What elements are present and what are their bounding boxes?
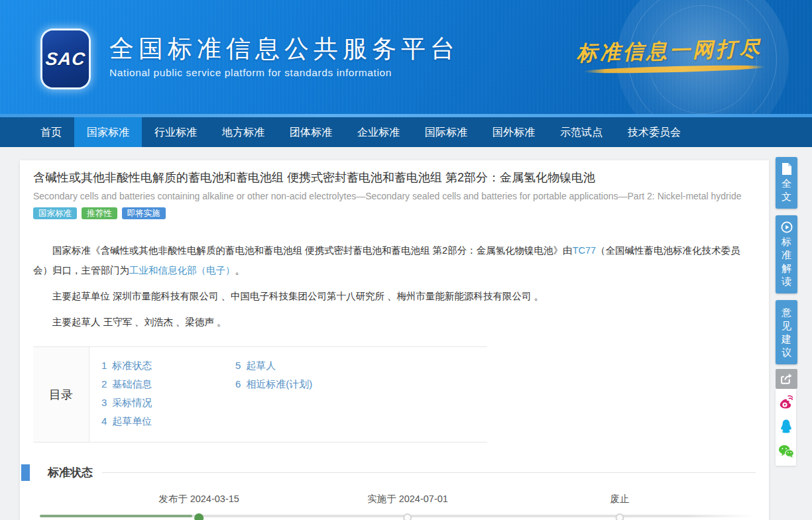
- toc-num: 1: [101, 360, 107, 371]
- drafting-units-paragraph: 主要起草单位 深圳市量能科技有限公司 、中国电子科技集团公司第十八研究所 、梅州…: [33, 286, 756, 306]
- status-section-title: 标准状态: [48, 465, 93, 480]
- badge-national-standard: 国家标准: [33, 207, 77, 219]
- share-icon: [780, 372, 793, 386]
- timeline-milestone-abolished: 废止: [610, 493, 630, 520]
- toc-text: 采标情况: [112, 397, 152, 408]
- table-of-contents: 目录 1标准状态 2基础信息 3采标情况 4起草单位 5起草人 6相近标准(计划…: [33, 346, 487, 442]
- status-section-header: 标准状态: [21, 464, 756, 481]
- sac-logo-text: SAC: [44, 49, 86, 70]
- nav-item-enterprise-standards[interactable]: 企业标准: [345, 117, 412, 147]
- timeline-label: 发布于 2024-03-15: [158, 493, 239, 505]
- list-item: 5起草人: [235, 356, 312, 375]
- intro-paragraph: 国家标准《含碱性或其他非酸性电解质的蓄电池和蓄电池组 便携式密封蓄电池和蓄电池组…: [33, 240, 756, 280]
- badge-recommended: 推荐性: [82, 207, 117, 219]
- nav-item-pilot-demo[interactable]: 示范试点: [548, 117, 615, 147]
- fulltext-label: 全文: [782, 177, 792, 203]
- standard-detail-card: 含碱性或其他非酸性电解质的蓄电池和蓄电池组 便携式密封蓄电池和蓄电池组 第2部分…: [20, 160, 769, 520]
- page: SAC 全国标准信息公共服务平台 National public service…: [0, 0, 812, 520]
- toc-column-1: 1标准状态 2基础信息 3采标情况 4起草单位: [101, 356, 235, 442]
- drafters-paragraph: 主要起草人 王守军 、刘浩杰 、梁德声 。: [33, 312, 756, 332]
- intro-prefix: 国家标准《含碱性或其他非酸性电解质的蓄电池和蓄电池组 便携式密封蓄电池和蓄电池组…: [52, 245, 573, 256]
- toc-text: 起草人: [246, 360, 276, 371]
- standard-title-zh: 含碱性或其他非酸性电解质的蓄电池和蓄电池组 便携式密封蓄电池和蓄电池组 第2部分…: [33, 170, 756, 185]
- status-timeline: 发布于 2024-03-15 实施于 2024-07-01 废止: [33, 493, 756, 520]
- toc-link-adoption-status[interactable]: 3采标情况: [101, 397, 152, 408]
- feedback-button[interactable]: 意见建议: [776, 300, 797, 364]
- timeline-milestone-published: 发布于 2024-03-15: [158, 493, 239, 520]
- section-accent-bar: [21, 464, 30, 481]
- share-button[interactable]: [776, 369, 797, 389]
- toc-num: 2: [101, 378, 107, 390]
- interpretation-button[interactable]: 标准解读: [776, 215, 797, 293]
- timeline-label: 实施于 2024-07-01: [367, 493, 448, 505]
- header-slogan: 标准信息一网打尽: [576, 34, 762, 67]
- document-icon: [782, 163, 792, 175]
- site-titles: 全国标准信息公共服务平台 National public service pla…: [109, 34, 459, 79]
- toc-link-similar-standards[interactable]: 6相近标准(计划): [235, 378, 312, 390]
- toc-label-cell: 目录: [33, 347, 89, 442]
- fulltext-button[interactable]: 全文: [776, 157, 797, 209]
- main-nav: 首页 国家标准 行业标准 地方标准 团体标准 企业标准 国际标准 国外标准 示范…: [0, 117, 812, 147]
- nav-item-home[interactable]: 首页: [28, 117, 74, 147]
- side-tools: 全文 标准解读 意见建议: [776, 157, 798, 466]
- social-share-strip: [776, 389, 796, 466]
- list-item: 1标准状态: [101, 356, 235, 375]
- toc-link-standard-status[interactable]: 1标准状态: [101, 360, 152, 371]
- toc-text: 基础信息: [112, 378, 152, 390]
- site-header: SAC 全国标准信息公共服务平台 National public service…: [0, 0, 812, 117]
- standard-title-en: Secondary cells and batteries containing…: [33, 190, 756, 202]
- department-link[interactable]: 工业和信息化部（电子）: [129, 265, 235, 276]
- nav-item-international-standards[interactable]: 国际标准: [412, 117, 480, 147]
- toc-num: 6: [235, 378, 241, 390]
- toc-num: 4: [101, 415, 107, 427]
- tc-link[interactable]: TC77: [573, 245, 596, 256]
- toc-link-basic-info[interactable]: 2基础信息: [101, 378, 152, 390]
- timeline-dot-pending: [616, 513, 624, 520]
- badge-upcoming-implementation: 即将实施: [122, 207, 166, 219]
- play-circle-icon: [781, 221, 793, 233]
- list-item: 4起草单位: [101, 412, 235, 431]
- list-item: 3采标情况: [101, 393, 235, 412]
- intro-suffix: 。: [235, 265, 245, 276]
- nav-item-foreign-standards[interactable]: 国外标准: [480, 117, 548, 147]
- site-subtitle: National public service platform for sta…: [109, 67, 459, 79]
- list-item: 6相近标准(计划): [235, 375, 312, 393]
- timeline-dot-done: [194, 513, 203, 520]
- badge-row: 国家标准 推荐性 即将实施: [33, 207, 756, 219]
- interpretation-label: 标准解读: [782, 235, 792, 288]
- feedback-label: 意见建议: [782, 306, 792, 359]
- timeline-label: 废止: [610, 493, 630, 505]
- nav-item-technical-committee[interactable]: 技术委员会: [615, 117, 693, 147]
- toc-text: 相近标准(计划): [246, 378, 312, 390]
- site-title: 全国标准信息公共服务平台: [109, 34, 459, 64]
- toc-link-drafting-units[interactable]: 4起草单位: [101, 415, 152, 427]
- weibo-icon[interactable]: [778, 394, 794, 410]
- sac-logo[interactable]: SAC: [42, 30, 89, 87]
- timeline-milestone-implemented: 实施于 2024-07-01: [367, 493, 448, 520]
- toc-text: 标准状态: [112, 360, 152, 371]
- nav-item-national-standards[interactable]: 国家标准: [74, 117, 142, 147]
- nav-item-industry-standards[interactable]: 行业标准: [142, 117, 209, 147]
- nav-item-local-standards[interactable]: 地方标准: [209, 117, 277, 147]
- nav-item-group-standards[interactable]: 团体标准: [277, 117, 345, 147]
- toc-link-drafters[interactable]: 5起草人: [235, 360, 276, 371]
- toc-text: 起草单位: [112, 415, 152, 427]
- toc-columns: 1标准状态 2基础信息 3采标情况 4起草单位 5起草人 6相近标准(计划): [89, 347, 312, 442]
- toc-num: 3: [101, 397, 107, 408]
- timeline-dot-pending: [403, 513, 412, 520]
- intro-paragraphs: 国家标准《含碱性或其他非酸性电解质的蓄电池和蓄电池组 便携式密封蓄电池和蓄电池组…: [33, 240, 756, 332]
- wechat-icon[interactable]: [778, 443, 794, 459]
- qq-icon[interactable]: [778, 419, 794, 435]
- section-divider-line: [102, 472, 756, 473]
- toc-column-2: 5起草人 6相近标准(计划): [235, 356, 312, 442]
- list-item: 2基础信息: [101, 375, 235, 393]
- toc-label: 目录: [49, 387, 73, 403]
- toc-num: 5: [235, 360, 241, 371]
